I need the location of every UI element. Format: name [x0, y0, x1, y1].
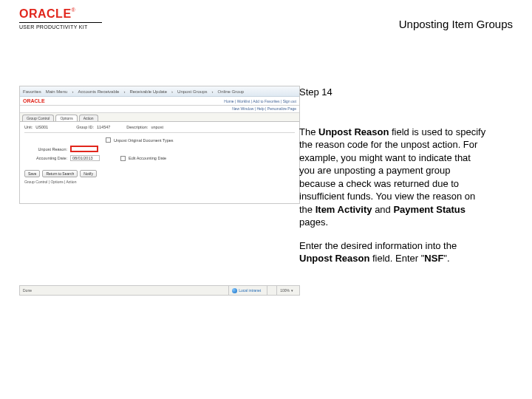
unit-value: US001: [35, 125, 48, 129]
unpost-orig-doc-checkbox[interactable]: [106, 137, 111, 143]
oracle-logo: ORACLE® USER PRODUCTIVITY KIT: [19, 7, 102, 30]
footer-link[interactable]: Group Control: [24, 180, 47, 184]
footer-link[interactable]: Action: [66, 180, 77, 184]
step-label: Step 14: [299, 86, 487, 99]
tab-group-control[interactable]: Group Control: [22, 115, 54, 121]
crumb-item[interactable]: Accounts Receivable: [78, 89, 119, 94]
browser-status-bar: Done Local intranet 100% ▾: [19, 285, 300, 296]
status-done: Done: [23, 288, 32, 293]
app-header-links[interactable]: Home | Worklist | Add to Favorites | Sig…: [224, 99, 296, 103]
return-to-search-button[interactable]: Return to Search: [42, 170, 78, 177]
app-screenshot: Favorites Main Menu› Accounts Receivable…: [19, 86, 300, 204]
logo-divider: [19, 22, 102, 23]
unpost-reason-label: Unpost Reason:: [24, 147, 67, 151]
accounting-date-label: Accounting Date:: [24, 156, 67, 160]
edit-accounting-date-checkbox[interactable]: [120, 156, 126, 161]
crumb-item[interactable]: Main Menu: [46, 89, 68, 94]
crumb-item[interactable]: Unpost Groups: [177, 89, 207, 94]
app-util-links[interactable]: New Window | Help | Personalize Page: [20, 106, 299, 113]
tab-action[interactable]: Action: [79, 115, 98, 121]
status-zone: Local intranet: [239, 288, 261, 293]
unpost-orig-doc-label: Unpost Original Document Types: [114, 138, 174, 143]
accounting-date-field[interactable]: 08/01/2013: [70, 155, 100, 161]
description-label: Description:: [126, 125, 148, 129]
page-title: Unposting Item Groups: [399, 18, 513, 30]
notify-button[interactable]: Notify: [80, 170, 97, 177]
crumb-item[interactable]: Receivable Update: [129, 89, 167, 94]
app-brand: ORACLE: [23, 98, 45, 103]
instruction-panel: Step 14 The Unpost Reason field is used …: [299, 86, 506, 296]
unit-label: Unit:: [24, 125, 33, 129]
tab-options[interactable]: Options: [55, 115, 77, 121]
status-zoom: 100%: [280, 288, 290, 293]
breadcrumb-bar: Favorites Main Menu› Accounts Receivable…: [20, 86, 299, 97]
unpost-reason-field[interactable]: [70, 146, 98, 152]
instruction-paragraph-2: Enter the desired information into the U…: [299, 239, 487, 265]
crumb-item[interactable]: Online Group: [217, 89, 244, 94]
description-value: unpost: [151, 125, 163, 129]
footer-link[interactable]: Options: [50, 180, 63, 184]
tab-strip: Group Control Options Action: [20, 113, 299, 122]
brand-word: ORACLE: [19, 7, 72, 20]
brand-subtitle: USER PRODUCTIVITY KIT: [19, 24, 102, 30]
edit-accounting-date-label: Edit Accounting Date: [129, 156, 166, 160]
globe-icon: [232, 288, 237, 293]
group-id-label: Group ID:: [76, 125, 94, 129]
status-protected-mode: [267, 286, 273, 295]
group-id-value: 114547: [97, 125, 110, 129]
save-button[interactable]: Save: [24, 170, 40, 177]
crumb-item[interactable]: Favorites: [23, 89, 41, 94]
brand-tm: ®: [72, 7, 75, 13]
instruction-paragraph-1: The Unpost Reason field is used to speci…: [299, 126, 487, 229]
